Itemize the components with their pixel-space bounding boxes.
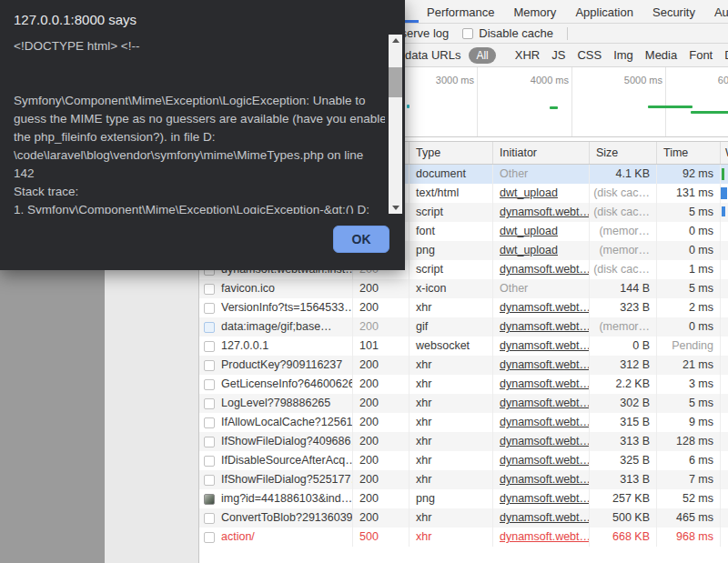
initiator-link[interactable]: dynamsoft.webt… [493,337,590,356]
status-cell: 200 [353,489,410,508]
initiator-link[interactable]: dwt_upload [493,184,590,203]
initiator-link[interactable]: dynamsoft.webt… [493,451,590,470]
alert-message-scrollbar[interactable] [389,35,402,214]
table-row[interactable]: img?id=441886103&ind…200pngdynamsoft.web… [199,489,728,508]
table-row[interactable]: GetLicenseInfo?646006260200xhrdynamsoft.… [199,375,728,394]
timeline-tick-label: 6000 ms [718,75,728,85]
initiator-link[interactable]: dynamsoft.webt… [493,528,590,547]
filter-pill-all[interactable]: All [469,47,495,64]
status-cell: 200 [353,279,410,298]
type-cell: xhr [410,413,493,432]
filter-item-css[interactable]: CSS [577,48,602,62]
initiator-link[interactable]: dynamsoft.webt… [493,298,590,317]
waterfall-cell [721,203,728,222]
hide-data-urls-label[interactable]: data URLs [405,48,460,62]
waterfall-cell [721,394,728,413]
time-cell: 0 ms [657,241,721,260]
filter-item-xhr[interactable]: XHR [515,48,540,62]
alert-message-line: <!DOCTYPE html> <!-- [14,37,385,55]
column-header-time[interactable]: Time [657,142,721,164]
initiator-link[interactable]: dynamsoft.webt… [493,508,590,528]
request-name: data:image/gif;base… [221,317,332,337]
initiator-link[interactable]: dynamsoft.webt… [493,394,590,413]
type-cell: xhr [410,375,493,394]
request-name-cell: data:image/gif;base… [199,317,353,337]
timeline-gridline [477,67,478,137]
initiator-link[interactable]: dynamsoft.webt… [493,489,590,508]
table-row[interactable]: IfAllowLocalCache?12561…200xhrdynamsoft.… [199,413,728,432]
size-cell: (memor… [590,241,657,260]
filter-item-media[interactable]: Media [645,48,677,62]
column-header-type[interactable]: Type [410,142,493,164]
waterfall-cell [721,528,728,547]
type-cell: png [410,241,493,260]
table-row[interactable]: favicon.ico200x-iconOther144 B5 ms [199,279,728,298]
filter-item-font[interactable]: Font [689,48,713,62]
initiator-link[interactable]: dynamsoft.webt… [493,375,590,394]
file-icon [204,303,215,314]
table-row[interactable]: VersionInfo?ts=1564533…200xhrdynamsoft.w… [199,298,728,317]
ok-button[interactable]: OK [333,226,389,253]
scroll-down-icon[interactable] [389,202,402,214]
table-row[interactable]: LogLevel?798886265200xhrdynamsoft.webt…3… [199,394,728,413]
initiator-link[interactable]: dynamsoft.webt… [493,432,590,451]
alert-dialog-message: <!DOCTYPE html> <!-- Symfony\Component\M… [14,37,385,214]
tab-memory[interactable]: Memory [513,5,556,19]
devtools-tabs: PerformanceMemoryApplicationSecurityAudi… [427,0,728,24]
time-cell: 128 ms [657,432,721,451]
initiator-link[interactable]: dynamsoft.webt… [493,470,590,489]
request-name-cell: favicon.ico [199,279,353,298]
column-header-initiator[interactable]: Initiator [493,142,590,164]
filter-item-js[interactable]: JS [551,48,565,62]
alert-message-line: \code\laravel\blog\vendor\symfony\mime\M… [14,146,385,165]
table-row[interactable]: 127.0.0.1101websocketdynamsoft.webt…0 BP… [199,337,728,356]
table-row[interactable]: data:image/gif;base…200gifdynamsoft.webt… [199,317,728,337]
table-row[interactable]: ProductKey?909116237200xhrdynamsoft.webt… [199,356,728,375]
initiator-link[interactable]: dynamsoft.webt… [493,203,590,222]
file-icon [204,456,215,467]
disable-cache-label: Disable cache [479,26,553,40]
size-cell: (memor… [590,222,657,241]
filter-item-img[interactable]: Img [613,48,633,62]
initiator-link[interactable]: dwt_upload [493,222,590,241]
size-cell: (disk cac… [590,184,657,203]
type-cell: script [410,203,493,222]
initiator-link[interactable]: dynamsoft.webt… [493,317,590,337]
disable-cache-checkbox[interactable] [462,28,473,39]
table-row[interactable]: IfShowFileDialog?409686…200xhrdynamsoft.… [199,432,728,451]
table-row[interactable]: IfDisableSourceAfterAcq…200xhrdynamsoft.… [199,451,728,470]
type-cell: xhr [410,528,493,547]
waterfall-cell [721,489,728,508]
file-icon [204,513,215,524]
time-cell: 7 ms [657,470,721,489]
image-thumbnail-icon [204,494,215,505]
column-header-size[interactable]: Size [590,142,657,164]
scroll-up-icon[interactable] [389,35,402,46]
initiator-link[interactable]: dwt_upload [493,241,590,260]
timeline-activity-bar [648,106,693,108]
waterfall-cell [721,470,728,489]
status-cell: 200 [353,356,410,375]
waterfall-cell [721,451,728,470]
screen: PerformanceMemoryApplicationSecurityAudi… [0,0,728,563]
network-tab-active-underline [405,20,419,23]
tab-audits[interactable]: Audits [714,5,728,19]
tab-application[interactable]: Application [575,5,633,19]
request-name: IfAllowLocalCache?12561… [221,413,353,432]
scrollbar-thumb[interactable] [389,67,402,97]
alert-message-line: the php_fileinfo extension?). in file D: [14,128,385,146]
table-row[interactable]: ConvertToBlob?291360390200xhrdynamsoft.w… [199,508,728,528]
table-row[interactable]: IfShowFileDialog?525177…200xhrdynamsoft.… [199,470,728,489]
filter-item-doc[interactable]: Doc [724,48,728,62]
tab-security[interactable]: Security [652,5,695,19]
size-cell: 0 B [590,337,657,356]
table-row[interactable]: action/500xhrdynamsoft.webt…668 KB968 ms [199,528,728,547]
initiator-link[interactable]: dynamsoft.webt… [493,260,590,279]
initiator-link[interactable]: dynamsoft.webt… [493,413,590,432]
file-icon [204,532,215,543]
column-header-waterfall[interactable]: Waterfall [721,142,728,164]
timeline-activity-bar [691,111,728,114]
initiator-link[interactable]: dynamsoft.webt… [493,356,590,375]
time-cell: 9 ms [657,413,721,432]
tab-performance[interactable]: Performance [427,5,494,19]
